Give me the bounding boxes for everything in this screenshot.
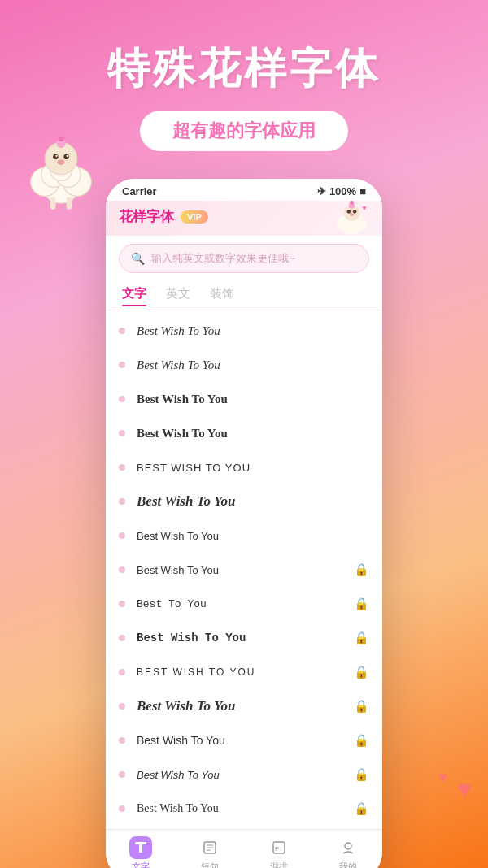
- font-dot-icon: [119, 464, 125, 471]
- font-dot-icon: [119, 737, 125, 744]
- vip-badge: VIP: [181, 210, 208, 224]
- font-list-item[interactable]: Best Wish To You: [106, 382, 382, 416]
- font-list: Best Wish To YouBest Wish To YouBest Wis…: [106, 310, 382, 829]
- svg-rect-14: [50, 197, 56, 210]
- font-list-item[interactable]: Best Wish To You: [106, 416, 382, 450]
- nav-phrase-icon: [198, 836, 221, 859]
- font-list-item[interactable]: Best Wish To You🔒: [106, 757, 382, 792]
- nav-mine-label: 我的: [339, 861, 357, 868]
- tab-decoration[interactable]: 装饰: [210, 286, 234, 306]
- font-sample-text: BEST WISH TO YOU: [137, 462, 369, 474]
- nav-mine[interactable]: 我的: [313, 836, 382, 868]
- svg-point-8: [63, 154, 69, 160]
- svg-text:♥: ♥: [362, 204, 366, 212]
- font-dot-icon: [119, 669, 125, 675]
- svg-point-10: [67, 155, 68, 157]
- font-list-item[interactable]: Best Wish To You: [106, 519, 382, 553]
- font-sample-text: Best Wish To You: [137, 427, 369, 441]
- nav-phrase[interactable]: 短句: [175, 836, 244, 868]
- font-sample-text: Best Wish To You: [137, 769, 369, 781]
- font-list-item[interactable]: BEST WISH TO YOU🔒: [106, 655, 382, 689]
- carrier-label: Carrier: [122, 185, 157, 197]
- battery-label: 100%: [329, 185, 356, 197]
- tabs-row: 文字 英文 装饰: [106, 276, 382, 310]
- font-dot-icon: [119, 703, 125, 710]
- nav-mix-label: 混排: [270, 861, 288, 868]
- font-sample-text: Best Wish To You: [137, 564, 369, 576]
- main-title: 特殊花样字体: [33, 41, 455, 98]
- tab-english[interactable]: 英文: [166, 286, 190, 306]
- app-header: 花样字体 VIP ♥: [106, 201, 382, 236]
- font-dot-icon: [119, 328, 125, 334]
- font-dot-icon: [119, 635, 125, 641]
- font-dot-icon: [119, 566, 125, 573]
- font-sample-text: Best Wish To You: [137, 631, 369, 644]
- sheep-header-decoration: ♥: [329, 197, 374, 241]
- font-sample-text: Best Wish To You: [137, 530, 369, 542]
- font-sample-text: Best Wish To You: [137, 802, 369, 815]
- font-dot-icon: [119, 362, 125, 368]
- font-list-item[interactable]: Best Wish To You🔒: [106, 553, 382, 587]
- svg-point-24: [350, 213, 355, 216]
- font-list-item[interactable]: Best Wish To You🔒: [106, 689, 382, 723]
- status-right: ✈ 100% ■: [317, 185, 366, 197]
- signal-icon: ✈: [317, 185, 326, 197]
- svg-point-13: [59, 137, 64, 142]
- tab-text[interactable]: 文字: [122, 286, 146, 306]
- font-list-item[interactable]: Best Wish To You🔒: [106, 792, 382, 826]
- svg-rect-29: [139, 844, 142, 853]
- svg-point-7: [53, 154, 59, 160]
- subtitle-pill: 超有趣的字体应用: [140, 111, 348, 151]
- font-dot-icon: [119, 430, 125, 436]
- app-title: 花样字体: [119, 207, 174, 226]
- lock-icon: 🔒: [354, 733, 369, 748]
- svg-point-36: [345, 843, 351, 849]
- font-sample-text: Best Wish To You: [137, 358, 369, 372]
- bottom-nav: 文字短句P↕混排我的: [106, 829, 382, 868]
- search-placeholder-text: 输入纯英文或数字效果更佳哦~: [151, 251, 295, 266]
- svg-rect-15: [67, 197, 72, 210]
- svg-point-26: [350, 201, 354, 205]
- font-dot-icon: [119, 396, 125, 402]
- font-list-item[interactable]: Best Wish To You: [106, 348, 382, 382]
- phone-mockup: Carrier ✈ 100% ■ 花样字体 VIP: [106, 179, 382, 868]
- font-dot-icon: [119, 805, 125, 812]
- font-sample-text: BEST WISH TO YOU: [137, 666, 369, 678]
- svg-point-22: [347, 210, 351, 214]
- nav-text-icon: [129, 836, 152, 859]
- svg-rect-28: [135, 842, 146, 844]
- lock-icon: 🔒: [354, 597, 369, 611]
- font-list-item[interactable]: BEST WISH TO YOU: [106, 450, 382, 484]
- nav-mix[interactable]: P↕混排: [244, 836, 313, 868]
- nav-phrase-label: 短句: [201, 861, 219, 868]
- sheep-decoration-left: [16, 130, 106, 219]
- font-sample-text: Best To You: [137, 598, 369, 610]
- svg-point-11: [58, 159, 65, 165]
- nav-mine-icon: [337, 836, 359, 859]
- svg-text:P↕: P↕: [275, 845, 282, 853]
- search-box[interactable]: 🔍 输入纯英文或数字效果更佳哦~: [119, 244, 369, 273]
- nav-text[interactable]: 文字: [106, 836, 175, 868]
- hearts-decoration-small: ♥: [438, 768, 447, 787]
- font-list-item[interactable]: Best Wish To You: [106, 314, 382, 348]
- font-sample-text: Best Wish To You: [137, 493, 369, 510]
- font-list-item[interactable]: Best Wish To You🔒: [106, 723, 382, 757]
- font-list-item[interactable]: Best To You🔒: [106, 587, 382, 621]
- nav-mix-icon: P↕: [268, 836, 290, 859]
- lock-icon: 🔒: [354, 767, 369, 782]
- font-dot-icon: [119, 532, 125, 539]
- font-dot-icon: [119, 771, 125, 778]
- font-list-item[interactable]: Best Wish To You: [106, 484, 382, 519]
- font-dot-icon: [119, 601, 125, 607]
- font-sample-text: Best Wish To You: [137, 324, 369, 338]
- lock-icon: 🔒: [354, 665, 369, 679]
- lock-icon: 🔒: [354, 699, 369, 714]
- font-sample-text: Best Wish To You: [137, 734, 369, 747]
- font-list-item[interactable]: Best Wish To You🔒: [106, 621, 382, 655]
- font-sample-text: Best Wish To You: [137, 393, 369, 406]
- lock-icon: 🔒: [354, 801, 369, 816]
- lock-icon: 🔒: [354, 631, 369, 645]
- lock-icon: 🔒: [354, 562, 369, 577]
- search-area: 🔍 输入纯英文或数字效果更佳哦~: [106, 236, 382, 276]
- nav-text-label: 文字: [132, 861, 150, 868]
